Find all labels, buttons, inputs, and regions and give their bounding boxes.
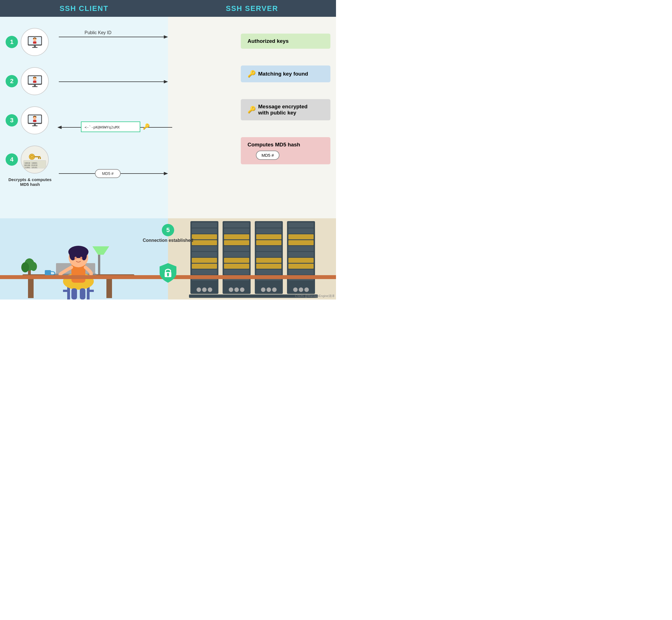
svg-rect-68 xyxy=(80,288,85,300)
svg-point-84 xyxy=(197,288,201,292)
svg-rect-27 xyxy=(38,157,39,159)
svg-rect-105 xyxy=(256,240,281,245)
svg-point-127 xyxy=(299,288,303,292)
step1-row: 1 xyxy=(6,28,49,56)
svg-rect-22 xyxy=(33,120,36,122)
server-box-4: Computes MD5 hash MD5 # xyxy=(241,137,330,164)
svg-rect-2 xyxy=(34,45,36,47)
svg-rect-91 xyxy=(224,240,249,245)
svg-rect-82 xyxy=(192,269,217,274)
svg-point-52 xyxy=(21,262,29,272)
svg-rect-104 xyxy=(256,234,281,239)
svg-point-53 xyxy=(30,262,37,271)
svg-rect-11 xyxy=(32,86,38,87)
svg-point-85 xyxy=(202,288,207,292)
svg-point-23 xyxy=(33,117,36,119)
step5-circle: 5 xyxy=(162,224,174,236)
svg-point-15 xyxy=(33,78,36,80)
svg-text:11001 10101: 11001 10101 xyxy=(25,166,37,169)
svg-rect-92 xyxy=(224,246,249,251)
server-panel: Authorized keys 🔑 Matching key found 🔑 M… xyxy=(168,17,336,218)
svg-text:00100 01010: 00100 01010 xyxy=(25,164,37,166)
svg-rect-108 xyxy=(256,258,281,263)
bottom-section: 5 Connection established xyxy=(0,218,336,300)
svg-rect-57 xyxy=(63,290,68,292)
step4-circle: 4 xyxy=(6,153,18,166)
svg-rect-78 xyxy=(192,246,217,251)
svg-rect-93 xyxy=(224,252,249,257)
svg-rect-14 xyxy=(33,81,36,83)
connection-text: Connection established xyxy=(140,238,196,243)
key-icon-3: 🔑 xyxy=(247,106,256,114)
svg-rect-118 xyxy=(288,234,314,239)
svg-point-98 xyxy=(229,288,233,292)
connection-label: 5 Connection established xyxy=(140,224,196,243)
svg-rect-107 xyxy=(256,252,281,257)
step2-row: 2 xyxy=(6,67,49,95)
step2-computer xyxy=(21,67,49,95)
step4-computer: 10010 10001 00100 01010 11001 10101 xyxy=(21,146,49,173)
server-title: SSH SERVER xyxy=(226,4,278,13)
watermark: CSDN @ManageEngine清泽 xyxy=(295,294,335,298)
server-box-1-text: Authorized keys xyxy=(247,38,289,44)
svg-rect-26 xyxy=(34,156,40,157)
client-title: SSH CLIENT xyxy=(60,4,109,13)
computer-icon-3 xyxy=(26,111,44,130)
svg-rect-117 xyxy=(288,228,314,234)
svg-point-66 xyxy=(80,257,82,259)
svg-point-112 xyxy=(261,288,266,292)
step3-row: 3 xyxy=(6,106,49,134)
md5-oval-server: MD5 # xyxy=(256,151,279,160)
svg-rect-67 xyxy=(71,288,77,300)
svg-rect-90 xyxy=(224,234,249,239)
computer-icon-1 xyxy=(26,33,44,51)
svg-point-126 xyxy=(293,288,298,292)
svg-rect-102 xyxy=(256,222,281,227)
svg-point-114 xyxy=(272,288,277,292)
server-box-1: Authorized keys xyxy=(241,34,330,49)
svg-rect-119 xyxy=(288,240,314,245)
svg-rect-3 xyxy=(32,47,38,48)
svg-rect-89 xyxy=(224,228,249,234)
svg-rect-103 xyxy=(256,228,281,234)
binary-icon: 10010 10001 00100 01010 11001 10101 xyxy=(22,150,47,169)
server-box-2: 🔑 Matching key found xyxy=(241,65,330,82)
svg-point-113 xyxy=(267,288,271,292)
svg-rect-123 xyxy=(288,264,314,269)
diagram-wrapper: SSH CLIENT SSH SERVER 1 xyxy=(0,0,336,300)
client-panel: 1 xyxy=(0,17,168,218)
svg-rect-45 xyxy=(106,278,112,298)
step3-circle: 3 xyxy=(6,114,18,126)
svg-rect-44 xyxy=(28,278,34,298)
svg-rect-125 xyxy=(288,275,314,280)
svg-rect-19 xyxy=(32,125,38,126)
svg-rect-122 xyxy=(288,258,314,263)
svg-rect-120 xyxy=(288,246,314,251)
svg-rect-109 xyxy=(256,264,281,269)
server-box-4-text: Computes MD5 hash xyxy=(247,142,300,148)
computer-icon-2 xyxy=(26,72,44,90)
svg-rect-79 xyxy=(192,252,217,257)
svg-point-7 xyxy=(33,38,36,41)
step1-circle: 1 xyxy=(6,36,18,48)
svg-rect-95 xyxy=(224,264,249,269)
svg-text:10010 10001: 10010 10001 xyxy=(25,162,37,164)
svg-marker-49 xyxy=(92,246,109,255)
svg-rect-96 xyxy=(224,269,249,274)
svg-point-100 xyxy=(240,288,244,292)
svg-point-99 xyxy=(234,288,239,292)
svg-rect-124 xyxy=(288,269,314,274)
svg-rect-97 xyxy=(224,275,249,280)
svg-rect-28 xyxy=(40,157,41,159)
step4-row: 4 10010 10001 00100 01010 xyxy=(6,146,49,173)
step2-circle: 2 xyxy=(6,75,18,87)
svg-rect-116 xyxy=(288,222,314,227)
svg-rect-6 xyxy=(33,41,36,44)
svg-rect-111 xyxy=(256,275,281,280)
server-box-2-text: Matching key found xyxy=(258,71,308,77)
svg-rect-88 xyxy=(224,222,249,227)
svg-rect-106 xyxy=(256,246,281,251)
svg-point-25 xyxy=(31,155,33,158)
header-client: SSH CLIENT xyxy=(0,0,168,17)
svg-rect-121 xyxy=(288,252,314,257)
